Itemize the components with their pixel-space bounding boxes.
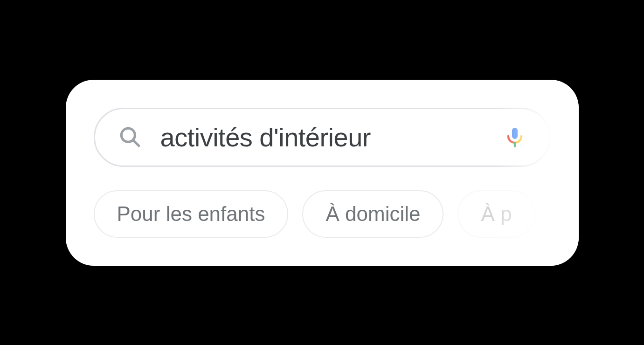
chip-pour-les-enfants[interactable]: Pour les enfants [94,190,289,238]
chip-label: Pour les enfants [117,202,265,225]
svg-rect-2 [512,128,518,139]
search-icon [118,125,142,149]
chip-label: À domicile [325,202,420,225]
search-card: activités d'intérieur Pour les enfants À… [66,80,579,266]
microphone-icon[interactable] [504,126,526,148]
search-bar[interactable]: activités d'intérieur [94,108,551,167]
chip-partial[interactable]: À p [457,190,535,238]
suggestion-chips: Pour les enfants À domicile À p [94,190,579,238]
svg-line-1 [133,140,138,145]
search-input-text[interactable]: activités d'intérieur [160,122,494,152]
chip-a-domicile[interactable]: À domicile [302,190,443,238]
chip-label: À p [481,202,512,225]
